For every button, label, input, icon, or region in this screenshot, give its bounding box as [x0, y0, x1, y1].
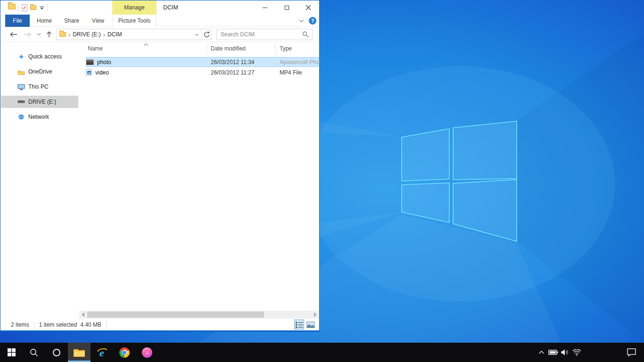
taskbar-search-button[interactable] [23, 343, 45, 362]
forward-arrow-icon [24, 32, 31, 37]
details-view-icon [295, 321, 303, 329]
forward-button[interactable] [22, 27, 33, 42]
search-box[interactable] [216, 29, 313, 40]
file-date: 26/03/2012 11:27 [211, 69, 255, 76]
quick-access-toolbar [18, 0, 48, 15]
file-row-video[interactable]: video 26/03/2012 11:27 MP4 File [86, 67, 319, 77]
close-button[interactable] [297, 0, 319, 15]
sidebar-item-quick-access[interactable]: ★ Quick access [1, 50, 78, 63]
breadcrumb-folder-icon [59, 32, 66, 37]
breadcrumb-chevron: › [68, 31, 70, 38]
file-row-photo[interactable]: photo 26/03/2012 11:34 Apowersoft Pho [86, 57, 319, 67]
back-arrow-icon [10, 32, 17, 37]
minimize-icon [263, 8, 267, 8]
scroll-right-arrow[interactable] [311, 311, 319, 319]
contextual-group-manage[interactable]: Manage [112, 0, 157, 15]
tab-home[interactable]: Home [33, 15, 55, 27]
sidebar-item-drive-e[interactable]: DRIVE (E:) [1, 96, 78, 108]
itunes-icon: ♫ [142, 347, 152, 358]
taskbar-chrome-button[interactable] [113, 343, 136, 362]
qat-separator [47, 4, 48, 11]
sidebar-item-this-pc[interactable]: This PC [1, 81, 78, 93]
status-divider [34, 321, 34, 328]
sidebar-item-onedrive[interactable]: OneDrive [1, 66, 78, 78]
network-globe-icon [17, 114, 25, 120]
taskbar-itunes-button[interactable]: ♫ [136, 343, 158, 362]
address-bar[interactable]: › DRIVE (E:) › DCIM [56, 29, 212, 40]
breadcrumb-dcim[interactable]: DCIM [107, 31, 122, 38]
tab-picture-tools[interactable]: Picture Tools [112, 15, 157, 27]
status-divider [106, 321, 107, 328]
qat-customize-dropdown-icon[interactable] [39, 6, 44, 9]
sidebar-label: Network [28, 114, 49, 120]
up-button[interactable] [44, 27, 54, 42]
window-title: DCIM [163, 0, 178, 15]
navigation-pane: ★ Quick access OneDrive This PC [1, 42, 79, 313]
qat-separator [18, 4, 19, 11]
taskbar-file-explorer-button[interactable] [68, 343, 91, 362]
caption-buttons [254, 0, 319, 15]
help-icon[interactable]: ? [309, 17, 316, 25]
chevron-down-icon [195, 33, 199, 36]
start-windows-logo-icon [8, 348, 16, 356]
refresh-button[interactable] [202, 29, 211, 40]
column-header-date-modified[interactable]: Date modified [211, 42, 246, 55]
details-view-button[interactable] [294, 320, 304, 329]
column-divider[interactable] [206, 44, 207, 54]
tab-share[interactable]: Share [59, 15, 84, 27]
column-header-type[interactable]: Type [280, 42, 292, 55]
properties-icon[interactable] [22, 4, 27, 11]
refresh-icon [204, 32, 210, 38]
sidebar-label: DRIVE (E:) [28, 99, 56, 105]
system-tray [536, 343, 583, 362]
cortana-button[interactable] [45, 343, 68, 362]
cortana-circle-icon [52, 348, 61, 357]
tray-chevron-up-icon[interactable] [536, 343, 547, 362]
sidebar-item-network[interactable]: Network [1, 111, 78, 123]
scroll-left-arrow[interactable] [79, 311, 87, 319]
titlebar[interactable]: Manage DCIM [0, 0, 319, 15]
scrollbar-thumb[interactable] [87, 312, 264, 318]
action-center-button[interactable] [624, 343, 638, 362]
thumbnails-view-icon [306, 321, 315, 328]
minimize-button[interactable] [254, 0, 276, 15]
tab-view[interactable]: View [87, 15, 109, 27]
start-button[interactable] [0, 343, 23, 362]
expand-ribbon-chevron-icon[interactable] [299, 19, 304, 23]
screen: Manage DCIM File Home Share View Picture… [0, 0, 644, 362]
file-explorer-window: Manage DCIM File Home Share View Picture… [0, 0, 320, 332]
large-thumbnails-view-button[interactable] [305, 320, 315, 329]
chrome-icon [119, 347, 130, 358]
selection-count: 1 item selected [39, 321, 77, 328]
quick-access-star-icon: ★ [17, 53, 25, 60]
wifi-icon[interactable] [571, 343, 583, 362]
up-arrow-icon [46, 31, 52, 38]
file-type: Apowersoft Pho [280, 59, 319, 66]
address-dropdown-button[interactable] [195, 31, 199, 38]
battery-icon[interactable] [547, 343, 559, 362]
back-button[interactable] [8, 27, 19, 42]
removable-drive-icon [17, 99, 25, 104]
breadcrumb-chevron: › [103, 31, 105, 38]
recent-locations-button[interactable] [35, 27, 42, 42]
breadcrumb-drive[interactable]: DRIVE (E:) [73, 31, 100, 38]
horizontal-scrollbar[interactable] [79, 311, 319, 319]
chevron-down-icon [37, 33, 41, 36]
column-divider[interactable] [275, 44, 276, 54]
tab-file[interactable]: File [5, 15, 30, 27]
file-date: 26/03/2012 11:34 [211, 59, 255, 66]
maximize-button[interactable] [276, 0, 297, 15]
taskbar-internet-explorer-button[interactable]: e [91, 343, 113, 362]
taskbar: e ♫ [0, 343, 644, 362]
file-name: photo [97, 59, 206, 66]
volume-icon[interactable] [559, 343, 571, 362]
search-icon[interactable] [302, 31, 309, 38]
search-input[interactable] [217, 31, 302, 38]
window-folder-icon [8, 4, 16, 9]
ribbon-tab-row: File Home Share View Picture Tools ? [0, 15, 319, 27]
maximize-icon [285, 6, 289, 10]
new-folder-icon[interactable] [30, 5, 36, 10]
navigation-bar: › DRIVE (E:) › DCIM [0, 27, 319, 42]
column-header-name[interactable]: Name [88, 42, 103, 55]
mp4-file-icon [86, 69, 92, 76]
